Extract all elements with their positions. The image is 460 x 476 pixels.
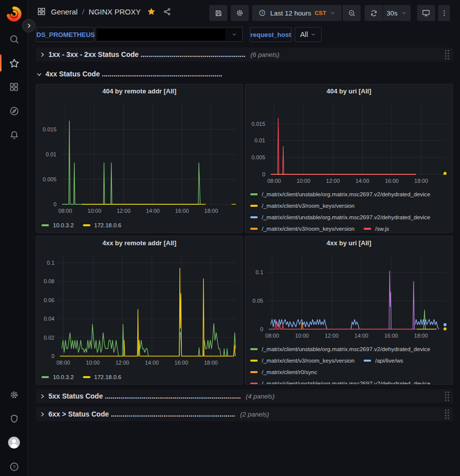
share-icon[interactable] xyxy=(163,7,171,16)
panel-404-by-uri: 404 by uri [All] 00.0050.010.01508:0010:… xyxy=(245,84,453,233)
row-drag-handle[interactable] xyxy=(445,391,450,403)
time-range-picker[interactable]: Last 12 hours CST xyxy=(252,5,342,21)
svg-text:18:00: 18:00 xyxy=(414,333,428,339)
breadcrumb-dashboard-title[interactable]: NGINX PROXY xyxy=(89,7,141,16)
panel-legend: /_matrix/client/unstable/org.matrix.msc2… xyxy=(245,342,453,384)
tv-mode-button[interactable] xyxy=(417,5,435,21)
time-series-chart[interactable]: 00.0050.010.01508:0010:0012:0014:0016:00… xyxy=(36,98,242,219)
legend-swatch xyxy=(250,360,258,362)
svg-text:16:00: 16:00 xyxy=(175,208,189,214)
grafana-logo[interactable] xyxy=(4,4,24,24)
panel-4xx-by-remote-addr: 4xx by remote addr [All] 00.020.040.060.… xyxy=(36,236,243,385)
refresh-interval-picker[interactable]: 30s xyxy=(383,5,411,21)
zoom-out-time-button[interactable] xyxy=(343,5,361,21)
alerting-bell-icon[interactable] xyxy=(4,125,24,145)
dashboards-icon[interactable] xyxy=(4,77,24,97)
refresh-interval-label: 30s xyxy=(387,9,398,17)
time-series-chart[interactable]: 00.050.108:0010:0012:0014:0016:0018:00 xyxy=(245,250,453,342)
search-icon[interactable] xyxy=(4,29,24,49)
refresh-button[interactable] xyxy=(365,5,383,21)
row-header-5xx[interactable]: 5xx Status Code ........................… xyxy=(36,389,453,403)
row-drag-handle[interactable] xyxy=(445,49,450,61)
legend-item[interactable]: /sw.js xyxy=(364,223,389,232)
svg-text:0: 0 xyxy=(53,201,56,207)
legend-label: /_matrix/client/unstable/org.matrix.msc2… xyxy=(262,191,431,197)
starred-icon[interactable] xyxy=(4,53,24,73)
legend-item[interactable]: /_matrix/client/unstable/org.matrix.msc2… xyxy=(250,211,431,223)
legend-item[interactable]: 172.18.0.6 xyxy=(83,219,121,231)
variable-label-request-host: request_host xyxy=(250,27,292,42)
time-series-plot[interactable]: 00.0050.010.01508:0010:0012:0014:0016:00… xyxy=(245,98,453,187)
svg-text:0: 0 xyxy=(51,353,54,359)
legend-item[interactable]: /_matrix/client/v3/room_keys/version xyxy=(250,355,355,366)
legend-swatch xyxy=(250,228,258,230)
svg-text:0.04: 0.04 xyxy=(44,316,54,322)
time-series-chart[interactable]: 00.020.040.060.080.108:0010:0012:0014:00… xyxy=(36,250,242,371)
chevron-right-icon xyxy=(39,411,45,418)
time-series-plot[interactable]: 00.050.108:0010:0012:0014:0016:0018:00 xyxy=(245,250,453,342)
panel-title[interactable]: 4xx by remote addr [All] xyxy=(36,236,242,250)
svg-text:08:00: 08:00 xyxy=(56,360,70,366)
server-admin-shield-icon[interactable] xyxy=(4,409,24,429)
legend-item[interactable]: 10.0.3.2 xyxy=(41,219,74,231)
legend-item[interactable]: 10.0.3.2 xyxy=(41,371,74,383)
variable-label-ds-prometheus: DS_PROMETHEUS xyxy=(36,27,94,42)
time-series-plot[interactable]: 00.020.040.060.080.108:0010:0012:0014:00… xyxy=(36,250,242,369)
svg-text:0.1: 0.1 xyxy=(47,260,54,266)
configuration-gear-icon[interactable] xyxy=(4,385,24,405)
panel-title[interactable]: 404 by uri [All] xyxy=(245,84,453,98)
svg-text:0: 0 xyxy=(262,171,265,177)
timezone-label: CST xyxy=(315,10,326,16)
legend-item[interactable]: /_matrix/client/unstable/org.matrix.msc2… xyxy=(250,188,431,200)
legend-item[interactable]: 172.18.0.6 xyxy=(83,371,121,383)
row-drag-handle[interactable] xyxy=(445,409,450,421)
dashboard-settings-button[interactable] xyxy=(231,5,249,21)
legend-item[interactable]: /api/live/ws xyxy=(364,355,403,366)
legend-swatch xyxy=(364,360,371,362)
legend-swatch xyxy=(83,376,90,378)
svg-text:12:00: 12:00 xyxy=(326,178,340,184)
legend-label: /_matrix/client/unstable/org.matrix.msc2… xyxy=(262,346,431,352)
more-options-kebab-button[interactable] xyxy=(438,5,450,21)
expand-menu-button[interactable] xyxy=(22,19,35,32)
svg-text:18:00: 18:00 xyxy=(204,360,218,366)
time-series-chart[interactable]: 00.0050.010.01508:0010:0012:0014:0016:00… xyxy=(245,98,453,187)
panel-legend: /_matrix/client/unstable/org.matrix.msc2… xyxy=(245,187,453,232)
variable-dropdown-ds-prometheus[interactable] xyxy=(95,27,243,42)
favorite-star-icon[interactable] xyxy=(147,7,156,16)
row-header-1xx-3xx-2xx[interactable]: 1xx - 3xx - 2xx Status Code ............… xyxy=(36,47,453,61)
breadcrumb-folder[interactable]: General xyxy=(51,7,77,16)
legend-item[interactable]: /_matrix/client/unstable/org.matrix.msc2… xyxy=(250,343,431,355)
chevron-down-icon xyxy=(36,71,42,77)
legend-item[interactable]: /_matrix/client/v3/room_keys/version xyxy=(250,200,355,211)
row-header-6xx[interactable]: 6xx > Status Code ......................… xyxy=(36,407,453,421)
svg-text:14:00: 14:00 xyxy=(356,178,370,184)
legend-swatch xyxy=(364,228,371,230)
legend-item[interactable]: /_matrix/client/r0/sync xyxy=(250,366,317,378)
help-icon[interactable]: ? xyxy=(4,457,24,476)
panel-title[interactable]: 4xx by uri [All] xyxy=(245,236,453,250)
panel-title[interactable]: 404 by remote addr [All] xyxy=(36,84,242,98)
svg-text:0.005: 0.005 xyxy=(251,154,265,160)
user-avatar[interactable] xyxy=(4,433,24,453)
legend-label: /sw.js xyxy=(375,226,389,232)
legend-label: 172.18.0.6 xyxy=(94,374,121,380)
save-dashboard-button[interactable] xyxy=(209,5,227,21)
chevron-down-icon xyxy=(231,31,237,37)
variable-value: All xyxy=(300,30,308,38)
variable-dropdown-request-host[interactable]: All xyxy=(295,27,322,42)
explore-compass-icon[interactable] xyxy=(4,101,24,121)
legend-label: /api/live/ws xyxy=(375,358,403,364)
svg-text:0.015: 0.015 xyxy=(42,126,56,132)
time-series-plot[interactable]: 00.0050.010.01508:0010:0012:0014:0016:00… xyxy=(36,98,242,217)
svg-text:16:00: 16:00 xyxy=(385,178,399,184)
redacted-value xyxy=(97,29,225,40)
chevron-down-icon xyxy=(310,31,316,37)
legend-item[interactable]: /_matrix/client/unstable/org.matrix.msc2… xyxy=(250,378,431,384)
legend-item[interactable]: /_matrix/client/v3/room_keys/version xyxy=(250,223,355,232)
svg-text:0.02: 0.02 xyxy=(44,335,54,341)
active-section-indicator xyxy=(0,54,1,71)
legend-label: /_matrix/client/r0/sync xyxy=(262,369,317,375)
chevron-down-icon xyxy=(401,10,407,16)
row-header-4xx[interactable]: 4xx Status Code ........................… xyxy=(36,67,453,81)
